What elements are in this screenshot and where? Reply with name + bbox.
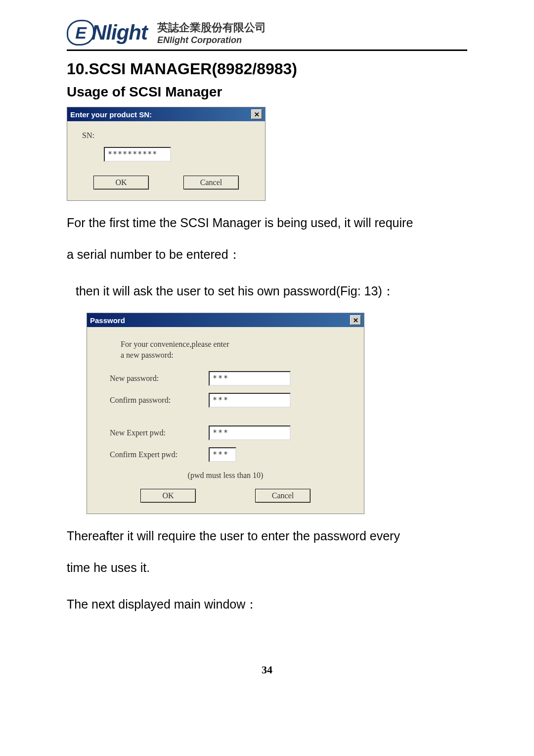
confirm-password-input[interactable]: *** [209,393,291,408]
page-header: E Nlight 英誌企業股份有限公司 ENlight Corporation [67,20,467,51]
subsection-heading: Usage of SCSI Manager [67,84,467,100]
cancel-button[interactable]: Cancel [255,489,311,503]
sn-label: SN: [82,131,253,140]
expert-password-input[interactable]: *** [209,425,291,440]
titlebar: Password ✕ [87,313,364,327]
confirm-password-row: Confirm password: *** [110,393,352,408]
logo-text: Nlight [91,21,147,45]
new-password-label: New password: [110,374,209,383]
new-password-input[interactable]: *** [209,371,291,386]
section-heading: 10.SCSI MANAGER(8982/8983) [67,60,467,78]
confirm-expert-label: Confirm Expert pwd: [110,450,209,459]
sn-dialog: Enter your product SN: ✕ SN: ********** … [67,107,266,201]
company-block: 英誌企業股份有限公司 ENlight Corporation [157,20,266,46]
ok-button[interactable]: OK [93,176,149,189]
password-dialog: Password ✕ For your convenience,please e… [87,313,364,514]
new-password-row: New password: *** [110,371,352,386]
titlebar: Enter your product SN: ✕ [67,107,265,121]
dialog-title: Enter your product SN: [70,110,152,119]
expert-password-label: New Expert pwd: [110,428,209,437]
sn-dialog-body: SN: ********** OK Cancel [67,121,265,200]
logo: E Nlight [67,20,147,46]
expert-password-row: New Expert pwd: *** [110,425,352,440]
sn-button-row: OK Cancel [79,176,253,189]
paragraph: a serial number to be entered： [67,239,467,269]
confirm-expert-row: Confirm Expert pwd: *** [110,447,352,462]
logo-badge: E [67,20,94,46]
page-number: 34 [67,663,467,676]
paragraph: The next displayed main window： [67,589,467,619]
close-icon[interactable]: ✕ [251,109,262,119]
password-button-row: OK Cancel [99,489,352,503]
company-name-cn: 英誌企業股份有限公司 [157,20,266,35]
document-page: E Nlight 英誌企業股份有限公司 ENlight Corporation … [0,0,534,706]
password-dialog-body: For your convenience,please enter a new … [87,327,364,514]
paragraph: Thereafter it will require the user to e… [67,521,467,551]
logo-letter: E [75,23,86,43]
close-icon[interactable]: ✕ [350,315,361,325]
paragraph: then it will ask the user to set his own… [67,276,467,306]
cancel-button[interactable]: Cancel [183,176,239,189]
company-name-en: ENlight Corporation [157,35,266,46]
confirm-expert-input[interactable]: *** [209,447,236,462]
paragraph: time he uses it. [67,553,467,582]
sn-input[interactable]: ********** [104,147,171,162]
paragraph: For the first time the SCSI Manager is b… [67,208,467,237]
ok-button[interactable]: OK [140,489,196,503]
password-intro: For your convenience,please enter a new … [121,339,352,361]
dialog-title: Password [90,316,125,325]
confirm-password-label: Confirm password: [110,396,209,405]
password-note: (pwd must less than 10) [99,471,352,480]
